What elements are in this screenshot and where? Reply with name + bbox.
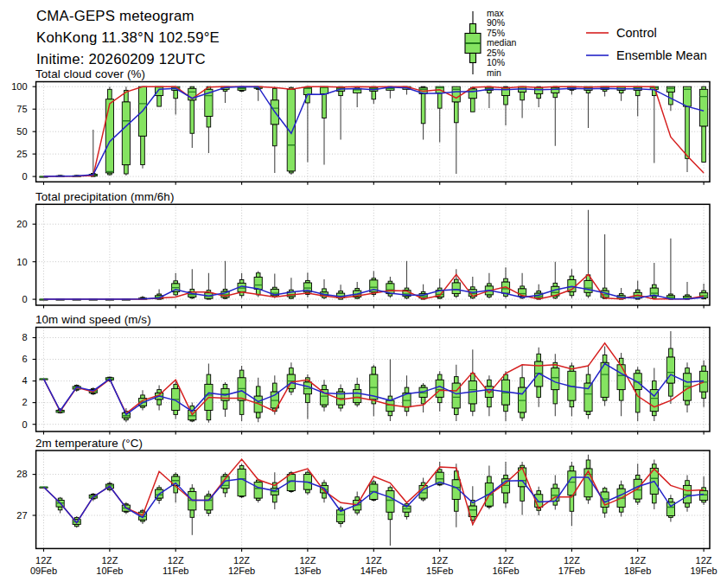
svg-text:Total cloud cover (%): Total cloud cover (%)	[35, 67, 145, 80]
svg-text:10m wind speed (m/s): 10m wind speed (m/s)	[35, 313, 151, 326]
svg-text:28: 28	[16, 469, 27, 479]
svg-text:0: 0	[22, 419, 27, 430]
svg-text:CMA-GEPS meteogram: CMA-GEPS meteogram	[36, 8, 195, 24]
svg-text:12Z: 12Z	[366, 555, 382, 566]
svg-text:25: 25	[16, 149, 27, 159]
svg-text:10%: 10%	[487, 57, 505, 67]
svg-text:09Feb: 09Feb	[30, 566, 57, 576]
svg-text:75: 75	[16, 104, 27, 114]
svg-text:12Z: 12Z	[498, 555, 514, 566]
svg-text:2: 2	[22, 397, 27, 407]
svg-text:27: 27	[16, 510, 27, 521]
svg-text:12Z: 12Z	[101, 555, 118, 566]
svg-text:2m temperature (°C): 2m temperature (°C)	[35, 437, 143, 450]
svg-text:16Feb: 16Feb	[492, 566, 519, 576]
svg-text:10: 10	[16, 257, 27, 267]
svg-text:median: median	[487, 37, 517, 48]
svg-text:12Z: 12Z	[168, 555, 184, 566]
svg-text:4: 4	[22, 375, 27, 386]
svg-text:13Feb: 13Feb	[294, 566, 321, 576]
svg-text:12Z: 12Z	[299, 555, 316, 566]
svg-text:0: 0	[22, 171, 27, 182]
svg-text:12Z: 12Z	[233, 555, 250, 566]
svg-text:Control: Control	[616, 26, 657, 40]
svg-text:10Feb: 10Feb	[96, 566, 123, 576]
svg-text:6: 6	[22, 354, 27, 364]
svg-text:12Feb: 12Feb	[228, 566, 255, 576]
svg-text:20: 20	[16, 219, 27, 229]
svg-text:12Z: 12Z	[629, 555, 646, 566]
svg-text:11Feb: 11Feb	[163, 566, 188, 576]
svg-text:18Feb: 18Feb	[624, 566, 651, 576]
svg-text:17Feb: 17Feb	[558, 566, 585, 576]
svg-text:12Z: 12Z	[696, 555, 712, 566]
svg-text:25%: 25%	[487, 48, 505, 58]
svg-text:75%: 75%	[487, 28, 505, 38]
svg-text:0: 0	[22, 294, 27, 304]
svg-text:Ensemble Mean: Ensemble Mean	[616, 48, 707, 62]
svg-text:50: 50	[16, 126, 27, 137]
svg-text:100: 100	[11, 81, 27, 92]
svg-text:90%: 90%	[487, 17, 505, 28]
svg-text:12Z: 12Z	[35, 555, 52, 566]
svg-text:8: 8	[22, 332, 27, 342]
svg-text:KohKong 11.38°N 102.59°E: KohKong 11.38°N 102.59°E	[36, 29, 220, 46]
svg-text:min: min	[487, 67, 501, 78]
svg-text:15Feb: 15Feb	[426, 566, 453, 576]
svg-text:max: max	[487, 8, 505, 18]
svg-text:19Feb: 19Feb	[690, 566, 717, 576]
svg-text:Total precipitation (mm/6h): Total precipitation (mm/6h)	[35, 190, 174, 203]
svg-text:Initime: 20260209 12UTC: Initime: 20260209 12UTC	[36, 51, 206, 67]
svg-text:14Feb: 14Feb	[360, 566, 387, 576]
svg-text:12Z: 12Z	[564, 555, 580, 566]
svg-text:12Z: 12Z	[431, 555, 448, 566]
